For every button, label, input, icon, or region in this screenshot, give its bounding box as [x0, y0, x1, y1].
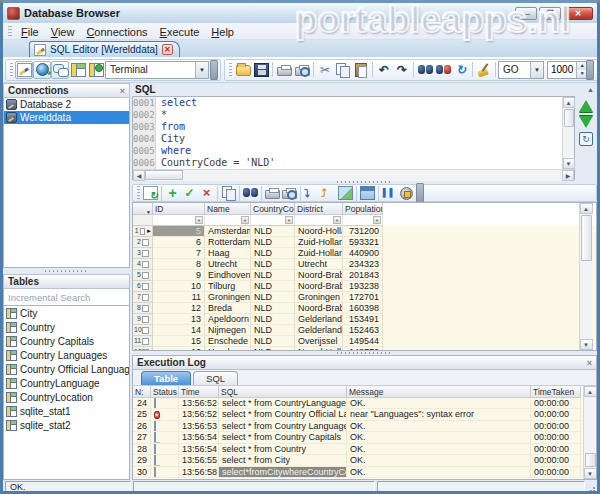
menu-item-view[interactable]: View [45, 25, 81, 39]
cell-country_code[interactable]: NLD [251, 303, 295, 314]
log-row[interactable]: 3013:56:58select*fromCitywhereCountryCod… [133, 467, 596, 479]
close-icon[interactable]: × [120, 86, 125, 96]
cell-population[interactable]: 193238 [343, 281, 383, 292]
row-header[interactable]: 1► [133, 226, 153, 237]
log-row[interactable]: 25×13:56:52select * from Country Officia… [133, 409, 596, 421]
row-checkbox[interactable] [142, 239, 149, 246]
lock-button[interactable] [398, 185, 415, 201]
horizontal-splitter[interactable] [132, 180, 597, 184]
table-row[interactable]: 1014NijmegenNLDGelderland152463 [133, 325, 596, 336]
scroll-thumb[interactable] [585, 453, 596, 467]
cell-message[interactable]: OK. [347, 432, 531, 444]
cell-message[interactable]: OK. [347, 455, 531, 467]
filter-cell[interactable]: ▼ [295, 215, 343, 226]
table-list-item[interactable]: CountryLocation [4, 390, 129, 404]
table-row[interactable]: 711GroningenNLDGroningen172701 [133, 292, 596, 303]
cell-population[interactable]: 234323 [343, 259, 383, 270]
cell-country_code[interactable]: NLD [251, 237, 295, 248]
cell-district[interactable]: Noord-Hollan [295, 226, 343, 237]
scroll-up-icon[interactable]: ▲ [580, 203, 593, 214]
row-checkbox[interactable] [142, 294, 149, 301]
cell-district[interactable]: Noord-Braba [295, 303, 343, 314]
print-button[interactable] [275, 61, 293, 79]
clear-button[interactable] [475, 61, 493, 79]
search-input[interactable] [4, 292, 129, 303]
cell-n[interactable]: 30 [133, 467, 151, 479]
undo-button[interactable]: ↶ [375, 61, 393, 79]
row-header[interactable]: 11 [133, 336, 153, 347]
cell-status[interactable] [151, 455, 179, 467]
row-header[interactable]: 5 [133, 270, 153, 281]
table-row[interactable]: 1115EnschedeNLDOverijssel149544 [133, 336, 596, 347]
minimize-button[interactable]: — [515, 7, 537, 20]
log-row[interactable]: 2813:56:54select * from CountryOK.00:00:… [133, 444, 596, 456]
table-row[interactable]: 37HaagNLDZuid-Holland440900 [133, 248, 596, 259]
horizontal-splitter[interactable] [132, 351, 597, 355]
cell-status[interactable] [151, 467, 179, 479]
cell-status[interactable] [151, 398, 179, 410]
filter-cell[interactable]: ▼ [343, 215, 383, 226]
cell-district[interactable]: Noord-Braba [295, 281, 343, 292]
cell-timetaken[interactable]: 00:00:00 [531, 398, 581, 410]
log-column-header-status[interactable]: Status [151, 386, 179, 398]
cell-population[interactable]: 152463 [343, 325, 383, 336]
row-header[interactable]: 4 [133, 259, 153, 270]
cell-name[interactable]: Utrecht [205, 259, 251, 270]
chevron-down-icon[interactable]: ▼ [530, 62, 543, 78]
collapse-icon[interactable]: ▲ [587, 86, 594, 93]
cell-timetaken[interactable]: 00:00:00 [531, 409, 581, 421]
next-query-button[interactable] [579, 116, 593, 128]
cell-id[interactable]: 15 [153, 336, 205, 347]
cell-name[interactable]: Eindhoven [205, 270, 251, 281]
log-row[interactable]: 2613:56:53select * from Country Language… [133, 421, 596, 433]
print-preview-button[interactable] [293, 61, 311, 79]
open-connection-button[interactable] [33, 61, 51, 79]
table-list-item[interactable]: sqlite_stat1 [4, 404, 129, 418]
cell-id[interactable]: 8 [153, 259, 205, 270]
cell-name[interactable]: Amsterdam [205, 226, 251, 237]
maximize-button[interactable]: ❐ [539, 7, 561, 20]
cell-id[interactable]: 13 [153, 314, 205, 325]
table-list-item[interactable]: sqlite_stat2 [4, 418, 129, 432]
cell-message[interactable]: OK. [347, 444, 531, 456]
cell-id[interactable]: 9 [153, 270, 205, 281]
export-button[interactable]: ⤴ [320, 185, 337, 201]
cell-n[interactable]: 26 [133, 421, 151, 433]
cell-time[interactable]: 13:56:52 [179, 409, 219, 421]
table-list-item[interactable]: Country [4, 320, 129, 334]
row-checkbox[interactable] [142, 283, 149, 290]
tab-close-icon[interactable]: ✕ [162, 44, 173, 55]
cell-n[interactable]: 25 [133, 409, 151, 421]
row-checkbox[interactable] [142, 272, 149, 279]
cell-name[interactable]: Nijmegen [205, 325, 251, 336]
table-row[interactable]: 26RotterdamNLDZuid-Holland593321 [133, 237, 596, 248]
scroll-up-icon[interactable]: ▲ [563, 97, 575, 108]
refresh-button[interactable]: ↻ [452, 61, 470, 79]
cell-timetaken[interactable]: 00:00:00 [531, 444, 581, 456]
cell-message[interactable]: near "Languages": syntax error [347, 409, 531, 421]
table-row[interactable]: 610TilburgNLDNoord-Braba193238 [133, 281, 596, 292]
cell-sql[interactable]: select * from CountryLanguage [219, 398, 347, 410]
previous-query-button[interactable] [579, 100, 593, 112]
cell-id[interactable]: 14 [153, 325, 205, 336]
cell-id[interactable]: 11 [153, 292, 205, 303]
copy-rows-button[interactable] [220, 185, 237, 201]
cell-message[interactable]: OK. [347, 398, 531, 410]
table-row[interactable]: 59EindhovenNLDNoord-Braba201843 [133, 270, 596, 281]
redo-button[interactable]: ↷ [393, 61, 411, 79]
cell-country_code[interactable]: NLD [251, 270, 295, 281]
find-in-grid-button[interactable] [242, 185, 259, 201]
cell-population[interactable]: 593321 [343, 237, 383, 248]
menu-item-execute[interactable]: Execute [154, 25, 206, 39]
cell-id[interactable]: 10 [153, 281, 205, 292]
row-header[interactable]: 10 [133, 325, 153, 336]
import-button[interactable]: ⤵ [303, 185, 320, 201]
scroll-up-icon[interactable]: ▲ [584, 386, 597, 397]
close-icon[interactable]: × [587, 358, 592, 368]
cell-time[interactable]: 13:56:54 [179, 432, 219, 444]
cell-time[interactable]: 13:56:55 [179, 455, 219, 467]
cell-name[interactable]: Enschede [205, 336, 251, 347]
cell-name[interactable]: Tilburg [205, 281, 251, 292]
cell-district[interactable]: Zuid-Holland [295, 237, 343, 248]
connection-item[interactable]: Database 2 [4, 98, 129, 111]
